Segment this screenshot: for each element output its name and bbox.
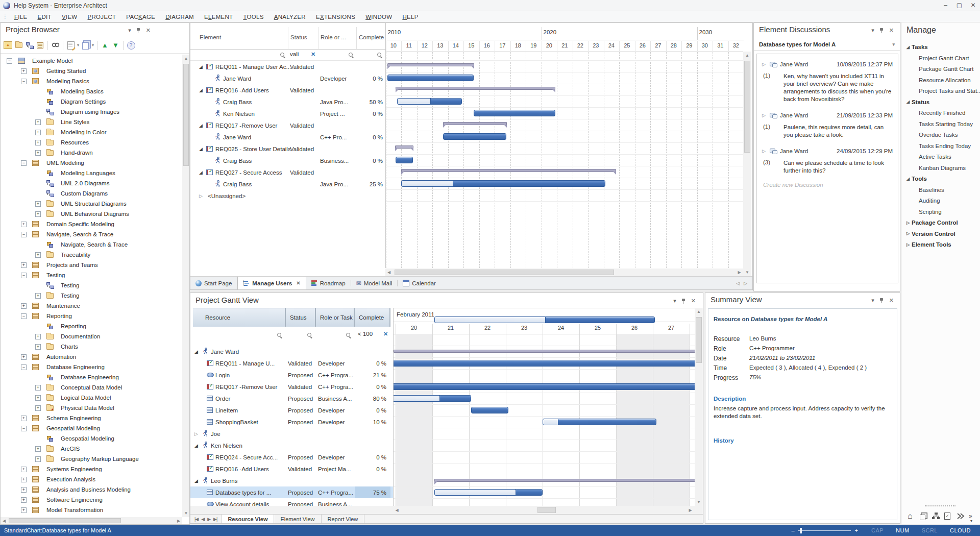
tree-item[interactable]: Modeling Basics	[1, 86, 182, 96]
expand-plus-icon[interactable]: +	[21, 262, 27, 268]
scroll-up-icon[interactable]: ▲	[743, 52, 751, 59]
tree-item[interactable]: +Physical Data Model	[1, 403, 182, 413]
create-new-discussion-link[interactable]: Create new Discussion	[763, 182, 823, 188]
gantt-task-bar[interactable]	[394, 383, 695, 390]
search-icon[interactable]	[280, 52, 285, 58]
task-check-icon[interactable]: ✓	[944, 513, 953, 521]
menu-item-project[interactable]: PROJECT	[83, 14, 121, 20]
tree-item[interactable]: −Navigate, Search & Trace	[1, 229, 182, 239]
zoom-out-button[interactable]: –	[791, 527, 794, 533]
tab-calendar[interactable]: Calendar	[398, 277, 441, 289]
tree-item[interactable]: +Projects and Teams	[1, 260, 182, 270]
nav-arrow-icon[interactable]: |◀	[194, 517, 198, 522]
tab-element-view[interactable]: Element View	[274, 515, 321, 523]
scroll-right-icon[interactable]: ▶	[687, 506, 694, 515]
expand-plus-icon[interactable]: +	[35, 344, 41, 350]
dock-drag-handle[interactable]	[925, 505, 955, 506]
search-icon[interactable]	[348, 52, 354, 58]
scroll-down-icon[interactable]: ▼	[182, 509, 190, 517]
tree-item[interactable]: +Getting Started	[1, 66, 182, 76]
collapse-minus-icon[interactable]: −	[21, 160, 27, 166]
timeline-vertical-scrollbar[interactable]: ▲▼	[743, 52, 751, 276]
row-expand-icon[interactable]: ◢	[199, 147, 203, 152]
manage-item-resource-allocation[interactable]: Resource Allocation	[919, 77, 971, 83]
clear-filter-icon[interactable]: ✕	[311, 51, 315, 58]
row-expand-icon[interactable]: ◢	[194, 478, 198, 483]
scroll-thumb[interactable]	[395, 270, 614, 275]
gantt-task-bar[interactable]	[543, 419, 656, 425]
gantt-row[interactable]: REQ016 -Add UsersValidatedProject Ma...0…	[190, 463, 393, 475]
tree-item[interactable]: +Systems Engineering	[1, 464, 182, 474]
scroll-thumb[interactable]	[537, 507, 556, 513]
new-package-icon[interactable]	[14, 41, 23, 50]
tree-vertical-scrollbar[interactable]: ▲ ▼	[182, 55, 190, 517]
nav-arrow-icon[interactable]: ▶	[207, 517, 210, 522]
menu-item-package[interactable]: PACKAGE	[121, 14, 160, 20]
gantt-row[interactable]: Craig BassBusiness...0 %	[190, 155, 384, 166]
tree-item[interactable]: +Traceability	[1, 250, 182, 260]
pin-icon[interactable]	[136, 28, 141, 33]
row-expand-icon[interactable]: ◢	[194, 349, 198, 354]
close-icon[interactable]: ✕	[889, 27, 894, 34]
edit-document-icon[interactable]	[66, 41, 76, 50]
gantt-group-row[interactable]: ▷Joe	[190, 428, 393, 440]
expand-plus-icon[interactable]: +	[35, 395, 41, 401]
expand-plus-icon[interactable]: +	[35, 140, 41, 145]
tree-item[interactable]: −Modeling Basics	[1, 76, 182, 86]
gantt-task-bar[interactable]	[396, 157, 413, 163]
manage-item-scripting[interactable]: Scripting	[919, 209, 942, 215]
tree-item[interactable]: Modeling Languages	[1, 168, 182, 178]
discussion-header[interactable]: ▷Jane Ward21/09/2015 12:33 PM	[762, 112, 893, 118]
tree-item[interactable]: +Automation	[1, 352, 182, 362]
tree-item[interactable]: +Logical Data Model	[1, 393, 182, 403]
pin-icon[interactable]	[681, 298, 686, 304]
gantt-group-row[interactable]: ◢Jane Ward	[190, 346, 393, 357]
expand-plus-icon[interactable]: +	[35, 201, 41, 207]
row-expand-icon[interactable]: ◢	[199, 170, 203, 175]
expand-plus-icon[interactable]: +	[21, 303, 27, 309]
collapse-minus-icon[interactable]: −	[21, 313, 27, 319]
move-down-icon[interactable]: ▼	[111, 41, 120, 50]
menu-item-diagram[interactable]: DIAGRAM	[160, 14, 199, 20]
tree-item[interactable]: +Geography Markup Language	[1, 454, 182, 464]
manage-section-status[interactable]: ◢Status	[904, 99, 929, 105]
tab-scroll-left-icon[interactable]: ◁	[736, 281, 740, 286]
tree-item[interactable]: +Testing	[1, 290, 182, 301]
tree-item[interactable]: +Resources	[1, 137, 182, 148]
timeline-horizontal-scrollbar[interactable]: ◀▶	[385, 269, 744, 276]
tree-item[interactable]: −UML Modeling	[1, 158, 182, 168]
row-expand-icon[interactable]: ▷	[199, 193, 203, 199]
find-in-browser-icon[interactable]	[51, 41, 60, 50]
manage-item-recently-finished[interactable]: Recently Finished	[919, 110, 965, 116]
chevron-down-icon[interactable]: ▾	[673, 298, 676, 304]
gantt-row[interactable]: REQ011 - Manage U...ValidatedDeveloper0 …	[190, 357, 393, 369]
scroll-up-icon[interactable]: ▲	[695, 308, 703, 315]
manage-item-tasks-ending-today[interactable]: Tasks Ending Today	[919, 143, 971, 149]
pin-icon[interactable]	[879, 298, 884, 303]
collapse-minus-icon[interactable]: −	[21, 426, 27, 431]
tree-item[interactable]: +Modeling in Color	[1, 127, 182, 137]
minimize-button[interactable]: –	[939, 0, 952, 11]
tab-scroll-right-icon[interactable]: ▷	[744, 281, 747, 286]
gantt-task-bar[interactable]	[394, 360, 695, 367]
tree-item[interactable]: +Hand-drawn	[1, 148, 182, 158]
manage-item-baselines[interactable]: Baselines	[919, 187, 944, 193]
gantt-row[interactable]: ◢REQ025 - Store User DetailsValidated	[190, 143, 384, 155]
overflow-icon[interactable]: »▾	[969, 513, 978, 521]
scroll-right-icon[interactable]: ▶	[736, 269, 743, 276]
chevron-down-icon[interactable]: ▾	[871, 297, 874, 304]
scroll-left-icon[interactable]: ◀	[1, 517, 8, 524]
scroll-right-icon[interactable]: ▶	[175, 517, 182, 524]
org-chart-icon[interactable]	[932, 513, 941, 521]
timeline-vertical-scrollbar[interactable]: ▲▼	[695, 308, 703, 515]
column-header-element[interactable]: Element	[200, 34, 221, 40]
nav-arrow-icon[interactable]: ◀	[201, 517, 204, 522]
tree-item[interactable]: Geospatial Modeling	[1, 433, 182, 444]
manage-item-kanban-diagrams[interactable]: Kanban Diagrams	[919, 165, 966, 171]
tab-close-icon[interactable]: ✕	[296, 280, 300, 286]
manage-section-element-tools[interactable]: ▷Element Tools	[904, 241, 951, 248]
row-expand-icon[interactable]: ◢	[194, 443, 198, 448]
collapse-minus-icon[interactable]: −	[21, 232, 27, 237]
copy-stack-icon[interactable]	[81, 41, 90, 50]
pin-icon[interactable]	[879, 28, 884, 33]
